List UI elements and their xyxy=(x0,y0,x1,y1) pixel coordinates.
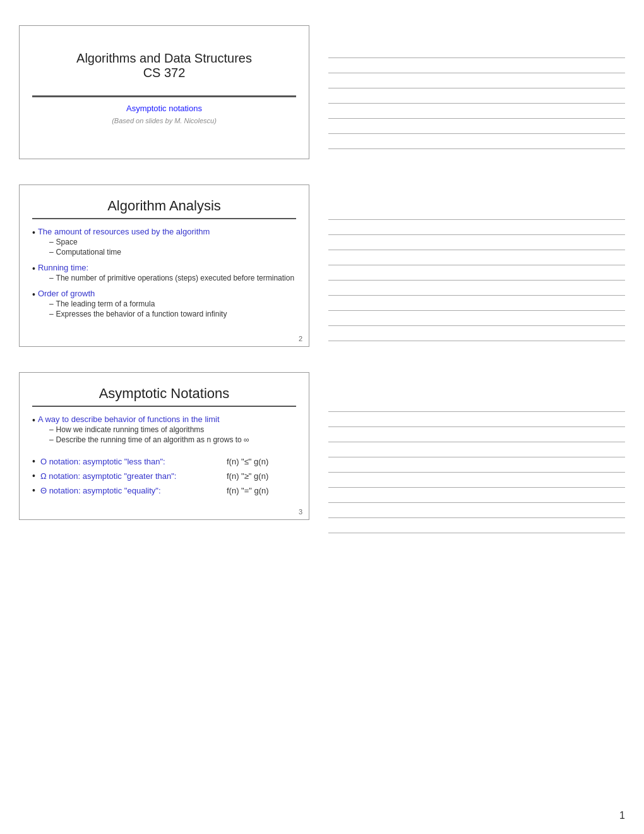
theta-notation-label: Θ notation: asymptotic "equality": xyxy=(40,486,222,495)
note-line xyxy=(328,504,625,518)
slide-title-block: Algorithms and Data Structures CS 372 xyxy=(32,39,296,89)
slide-2: Algorithm Analysis • The amount of resou… xyxy=(19,184,309,347)
slide2-heading: Algorithm Analysis xyxy=(32,198,296,214)
bullet-dot: • xyxy=(32,415,35,425)
bullet-dot: • xyxy=(32,263,35,274)
bullet-dot: • xyxy=(32,485,35,495)
note-line xyxy=(328,297,625,311)
note-line xyxy=(328,120,625,134)
slide2-bullet2-text: Running time: xyxy=(38,263,88,272)
note-line xyxy=(328,221,625,235)
sub-item: –Computational time xyxy=(49,248,210,257)
note-line xyxy=(328,251,625,265)
slide2-bullet3: • Order of growth –The leading term of a… xyxy=(32,289,296,321)
bullet-dot: • xyxy=(32,289,35,299)
bullet-dot: • xyxy=(32,227,35,238)
slide-1: Algorithms and Data Structures CS 372 As… xyxy=(19,25,309,159)
slide2-pagenum: 2 xyxy=(299,335,302,342)
sub-item: –The number of primitive operations (ste… xyxy=(49,274,294,282)
slide2-bullets: • The amount of resources used by the al… xyxy=(32,227,296,321)
slide2-bullet3-subs: –The leading term of a formula –Expresse… xyxy=(49,299,227,318)
note-line xyxy=(328,327,625,341)
note-line xyxy=(328,413,625,427)
slide2-bullet1: • The amount of resources used by the al… xyxy=(32,227,296,259)
slide1-subtitle: Asymptotic notations xyxy=(32,104,296,113)
note-lines-section3 xyxy=(328,360,625,535)
slide3-omega-notation: • Ω notation: asymptotic "greater than":… xyxy=(32,470,296,481)
slide3-theta-notation: • Θ notation: asymptotic "equality": f(n… xyxy=(32,485,296,495)
note-line xyxy=(328,90,625,104)
slide-3: Asymptotic Notations • A way to describe… xyxy=(19,372,309,520)
note-lines-section2 xyxy=(328,168,625,342)
slide2-bullet1-subs: –Space –Computational time xyxy=(49,238,210,257)
slide1-attribution: (Based on slides by M. Nicolescu) xyxy=(32,117,296,124)
note-line xyxy=(328,398,625,412)
slide2-bullet1-text: The amount of resources used by the algo… xyxy=(38,227,210,236)
sub-item: –Space xyxy=(49,238,210,246)
note-line xyxy=(328,519,625,533)
bullet-dot: • xyxy=(32,456,35,466)
omega-notation-label: Ω notation: asymptotic "greater than": xyxy=(40,471,222,481)
slide2-bullet2-subs: –The number of primitive operations (ste… xyxy=(49,274,294,282)
page-number: 1 xyxy=(619,810,625,821)
note-line xyxy=(328,312,625,326)
slide2-bullet3-text: Order of growth xyxy=(38,289,95,298)
slide3-heading: Asymptotic Notations xyxy=(32,385,296,402)
sub-item: –Describe the running time of an algorit… xyxy=(49,435,249,444)
slide3-bullet1: • A way to describe behavior of function… xyxy=(32,414,296,447)
note-lines-section1 xyxy=(328,32,625,150)
note-line xyxy=(328,105,625,119)
note-line xyxy=(328,474,625,488)
note-line xyxy=(328,267,625,281)
note-line xyxy=(328,59,625,73)
theta-notation-formula: f(n) "=" g(n) xyxy=(227,486,296,495)
note-line xyxy=(328,206,625,220)
note-lines-column xyxy=(328,25,625,552)
omega-notation-formula: f(n) "≥" g(n) xyxy=(227,471,296,481)
sub-item: –The leading term of a formula xyxy=(49,299,227,308)
slide3-bullet1-text: A way to describe behavior of functions … xyxy=(38,414,220,424)
slide3-pagenum: 3 xyxy=(299,508,302,516)
note-line xyxy=(328,44,625,58)
note-line xyxy=(328,428,625,442)
o-notation-label: O notation: asymptotic "less than": xyxy=(40,457,222,466)
note-line xyxy=(328,236,625,250)
note-line xyxy=(328,444,625,457)
note-line xyxy=(328,282,625,296)
slides-column: Algorithms and Data Structures CS 372 As… xyxy=(19,25,309,552)
note-line xyxy=(328,459,625,473)
note-line xyxy=(328,75,625,88)
note-line xyxy=(328,489,625,503)
slide2-bullet2: • Running time: –The number of primitive… xyxy=(32,263,296,285)
note-line xyxy=(328,135,625,149)
slide3-bullet1-subs: –How we indicate running times of algori… xyxy=(49,425,249,444)
sub-item: –Expresses the behavior of a function to… xyxy=(49,310,227,318)
o-notation-formula: f(n) "≤" g(n) xyxy=(227,457,296,466)
sub-item: –How we indicate running times of algori… xyxy=(49,425,249,434)
slide3-o-notation: • O notation: asymptotic "less than": f(… xyxy=(32,456,296,466)
bullet-dot: • xyxy=(32,471,35,481)
slide3-bullets: • A way to describe behavior of function… xyxy=(32,414,296,447)
slide1-title: Algorithms and Data Structures CS 372 xyxy=(39,51,290,80)
